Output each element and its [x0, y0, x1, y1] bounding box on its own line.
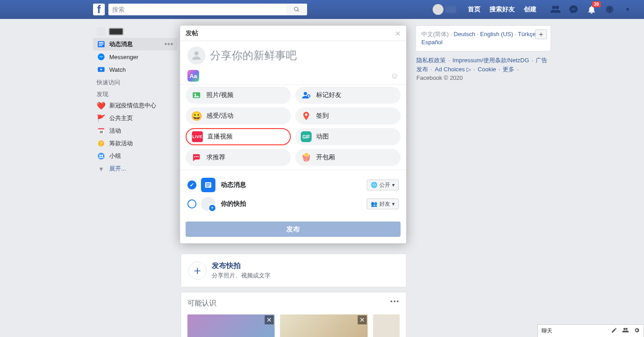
- pymk-item[interactable]: ✕: [280, 314, 367, 337]
- help-icon[interactable]: ?: [604, 4, 615, 15]
- compose-icon[interactable]: [611, 327, 617, 335]
- option-label: 求推荐: [206, 153, 225, 162]
- composer-placeholder[interactable]: 分享你的新鲜事吧: [210, 46, 297, 65]
- destination-feed-row[interactable]: 动态消息 🌐 公开 ▾: [187, 175, 399, 194]
- language-link[interactable]: Türkçe: [518, 31, 536, 37]
- option-checkin[interactable]: 签到: [295, 107, 401, 125]
- svg-point-12: [98, 153, 105, 160]
- option-label: 开包厢: [316, 153, 335, 162]
- current-language: 中文(简体): [421, 31, 449, 37]
- close-icon[interactable]: ×: [395, 29, 401, 38]
- background-color-button[interactable]: Aa: [187, 70, 199, 82]
- svg-rect-25: [206, 185, 210, 185]
- option-tag-friends[interactable]: 标记好友: [295, 87, 401, 104]
- option-label: 动图: [316, 133, 329, 141]
- facebook-logo[interactable]: f: [93, 4, 105, 15]
- sidebar-item-covid[interactable]: ❤️ 新冠疫情信息中心: [93, 99, 177, 112]
- caret-down-icon: ▾: [392, 182, 395, 188]
- svg-rect-3: [99, 42, 104, 43]
- audience-selector-public[interactable]: 🌐 公开 ▾: [367, 180, 399, 190]
- live-icon: LIVE: [192, 131, 203, 142]
- option-gif[interactable]: GIF 动图: [295, 128, 401, 145]
- pymk-item[interactable]: ✕: [187, 314, 275, 337]
- sidebar-heading-quick: 快速访问: [93, 76, 177, 88]
- messenger-icon[interactable]: [568, 4, 579, 15]
- account-menu-icon[interactable]: ▼: [622, 4, 633, 15]
- sidebar-item-feed[interactable]: 动态消息 •••: [93, 38, 177, 51]
- radio-checked-icon[interactable]: [187, 180, 196, 189]
- search-input[interactable]: [108, 6, 286, 13]
- destination-label: 动态消息: [221, 181, 246, 189]
- caret-down-icon: ▾: [392, 201, 395, 207]
- option-label: 感受/活动: [206, 112, 233, 120]
- option-live-video[interactable]: LIVE 直播视频: [186, 128, 291, 145]
- search-button[interactable]: [286, 4, 307, 15]
- friend-requests-icon[interactable]: [550, 4, 561, 15]
- nav-home[interactable]: 首页: [468, 5, 481, 14]
- language-link[interactable]: English (US): [480, 31, 513, 37]
- story-subtitle: 分享照片、视频或文字: [212, 272, 271, 280]
- radio-unchecked-icon[interactable]: [187, 199, 196, 208]
- notification-badge: 39: [592, 1, 601, 7]
- close-icon[interactable]: ✕: [265, 315, 274, 324]
- legal-cookie[interactable]: Cookie: [478, 66, 496, 73]
- notifications-icon[interactable]: 39: [586, 4, 597, 15]
- sidebar-item-groups[interactable]: 小组: [93, 150, 177, 162]
- tag-friends-icon: [301, 90, 312, 101]
- legal-impressum[interactable]: Impressum/使用条款/NetzDG: [453, 57, 529, 64]
- create-story-card[interactable]: ＋ 发布快拍 分享照片、视频或文字: [181, 254, 406, 287]
- profile-chip[interactable]: [433, 4, 456, 15]
- friends-icon: 👥: [371, 201, 378, 207]
- audience-label: 公开: [379, 181, 390, 189]
- svg-text:?: ?: [608, 6, 611, 12]
- language-link[interactable]: Español: [421, 39, 443, 46]
- legal-links: 隐私权政策 · Impressum/使用条款/NetzDG · 广告发布 · A…: [415, 56, 551, 83]
- plus-icon: ＋: [188, 262, 206, 280]
- gif-icon: GIF: [301, 131, 312, 142]
- sidebar-see-more[interactable]: ▾ 展开...: [93, 162, 177, 175]
- search-container: [108, 4, 307, 15]
- legal-privacy[interactable]: 隐私权政策: [416, 57, 446, 64]
- copyright: Facebook © 2020: [416, 74, 463, 81]
- legal-more[interactable]: 更多: [503, 66, 514, 73]
- close-icon[interactable]: ✕: [358, 315, 367, 324]
- chat-bar[interactable]: 聊天: [537, 324, 644, 337]
- sidebar-item-fundraisers[interactable]: 筹款活动: [93, 137, 177, 150]
- legal-adchoices[interactable]: Ad Choices ▷: [435, 66, 471, 73]
- more-icon[interactable]: •••: [164, 40, 173, 48]
- sidebar-profile[interactable]: [93, 25, 177, 38]
- audience-label: 好友: [379, 200, 390, 208]
- profile-name-redacted: [109, 28, 123, 35]
- option-recommendation[interactable]: 求推荐: [186, 149, 291, 166]
- gear-icon[interactable]: [634, 327, 640, 335]
- pymk-card: 可能认识 ••• ✕ ✕: [181, 292, 406, 337]
- group-chat-icon[interactable]: [622, 327, 629, 335]
- avatar-icon: [97, 27, 106, 36]
- pymk-item[interactable]: [373, 314, 400, 337]
- svg-point-18: [304, 92, 307, 95]
- destination-story-row[interactable]: 你的快拍 👥 好友 ▾: [187, 194, 399, 213]
- option-watch-party[interactable]: 🍿 开包厢: [295, 149, 401, 166]
- nav-find-friends[interactable]: 搜索好友: [490, 5, 515, 14]
- submit-post-button[interactable]: 发布: [186, 222, 401, 237]
- more-icon[interactable]: •••: [390, 298, 400, 305]
- sidebar-item-events[interactable]: 28 活动: [93, 125, 177, 137]
- sidebar-item-label: 动态消息: [109, 40, 164, 48]
- emoji-icon[interactable]: ☺: [391, 71, 399, 81]
- sidebar-item-pages[interactable]: 🚩 公共主页: [93, 112, 177, 125]
- location-icon: [301, 111, 312, 121]
- flag-icon: 🚩: [97, 114, 106, 123]
- svg-point-21: [196, 156, 197, 157]
- search-icon: [294, 6, 300, 13]
- option-feeling[interactable]: 😀 感受/活动: [186, 107, 291, 125]
- sidebar-item-messenger[interactable]: Messenger: [93, 51, 177, 63]
- language-link[interactable]: Deutsch: [454, 31, 476, 37]
- audience-selector-friends[interactable]: 👥 好友 ▾: [367, 199, 399, 209]
- add-language-button[interactable]: ＋: [535, 29, 547, 39]
- nav-create[interactable]: 创建: [524, 5, 537, 14]
- sidebar-item-watch[interactable]: Watch: [93, 63, 177, 76]
- svg-rect-24: [206, 183, 210, 184]
- svg-point-22: [197, 156, 198, 157]
- svg-point-15: [194, 51, 198, 55]
- option-photo-video[interactable]: 照片/视频: [186, 87, 291, 104]
